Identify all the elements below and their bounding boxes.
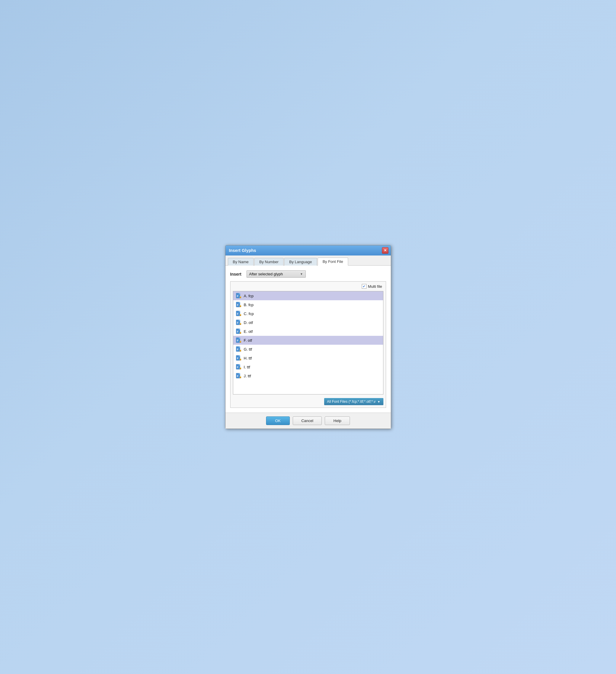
font-file-icon: F ► bbox=[236, 311, 241, 317]
insert-glyphs-dialog: Insert Glyphs ✕ By Name By Number By Lan… bbox=[225, 245, 391, 429]
list-item[interactable]: F ► F. otf bbox=[233, 336, 383, 345]
list-item[interactable]: F ► H. ttf bbox=[233, 354, 383, 362]
tab-bar: By Name By Number By Language By Font Fi… bbox=[226, 255, 391, 265]
svg-rect-20 bbox=[239, 320, 240, 321]
list-item[interactable]: F ► E. otf bbox=[233, 327, 383, 336]
file-item-name: F. otf bbox=[244, 338, 252, 343]
list-item[interactable]: F ► D. otf bbox=[233, 318, 383, 327]
svg-text:F: F bbox=[237, 348, 239, 351]
file-item-name: H. ttf bbox=[244, 356, 252, 360]
close-button[interactable]: ✕ bbox=[382, 247, 388, 254]
svg-text:F: F bbox=[237, 312, 239, 315]
font-file-icon: F ► bbox=[236, 302, 241, 308]
file-item-name: G. ttf bbox=[244, 347, 252, 351]
svg-rect-44 bbox=[239, 355, 240, 357]
font-file-icon: F ► bbox=[236, 320, 241, 325]
insert-row: Insert After selected glyph ▼ bbox=[230, 270, 386, 278]
dialog-title: Insert Glyphs bbox=[229, 248, 256, 253]
svg-rect-56 bbox=[239, 373, 240, 374]
insert-dropdown-value: After selected glyph bbox=[249, 272, 283, 276]
svg-text:►: ► bbox=[240, 368, 241, 370]
file-item-name: J. ttf bbox=[244, 374, 251, 378]
file-item-name: I. ttf bbox=[244, 365, 250, 369]
file-list[interactable]: F ► A. fcp F ► B. fcp F ► C. fcp F ► D. … bbox=[233, 291, 383, 395]
svg-rect-26 bbox=[239, 329, 240, 330]
svg-text:F: F bbox=[237, 321, 239, 324]
tab-by-font-file[interactable]: By Font File bbox=[318, 257, 348, 265]
svg-text:F: F bbox=[237, 330, 239, 333]
font-file-icon: F ► bbox=[236, 293, 241, 299]
filter-row: All Font Files (*.fcp;*.ttf;*.otf;*.v ▼ bbox=[233, 397, 383, 405]
svg-rect-50 bbox=[239, 364, 240, 365]
font-file-icon: F ► bbox=[236, 337, 241, 343]
svg-rect-2 bbox=[239, 293, 240, 294]
ok-button[interactable]: OK bbox=[266, 417, 290, 425]
font-file-icon: F ► bbox=[236, 355, 241, 361]
chevron-down-icon: ▼ bbox=[300, 272, 303, 275]
list-item[interactable]: F ► J. ttf bbox=[233, 371, 383, 380]
svg-text:►: ► bbox=[240, 332, 241, 334]
bottom-buttons: OK Cancel Help bbox=[226, 413, 391, 429]
cancel-button[interactable]: Cancel bbox=[293, 417, 322, 425]
font-file-icon: F ► bbox=[236, 328, 241, 334]
svg-text:F: F bbox=[237, 339, 239, 342]
content-area: Insert After selected glyph ▼ ✔ Multi fi… bbox=[226, 265, 391, 413]
multi-file-checkbox-container[interactable]: ✔ Multi file bbox=[362, 284, 382, 289]
chevron-down-icon-filter: ▼ bbox=[377, 400, 380, 404]
font-file-icon: F ► bbox=[236, 364, 241, 370]
file-panel: ✔ Multi file F ► A. fcp F ► B. fcp bbox=[230, 281, 386, 408]
title-bar: Insert Glyphs ✕ bbox=[226, 245, 391, 255]
file-item-name: D. otf bbox=[244, 320, 253, 325]
font-file-icon: F ► bbox=[236, 346, 241, 352]
svg-text:►: ► bbox=[240, 359, 241, 361]
insert-dropdown[interactable]: After selected glyph ▼ bbox=[247, 270, 306, 278]
svg-text:►: ► bbox=[240, 341, 241, 343]
filter-dropdown-value: All Font Files (*.fcp;*.ttf;*.otf;*.v bbox=[327, 400, 376, 404]
svg-rect-32 bbox=[239, 338, 240, 339]
svg-text:►: ► bbox=[240, 315, 241, 316]
svg-text:►: ► bbox=[240, 377, 241, 378]
tab-by-language[interactable]: By Language bbox=[284, 258, 317, 265]
multi-file-checkbox[interactable]: ✔ bbox=[362, 284, 367, 289]
svg-text:F: F bbox=[237, 375, 239, 377]
list-item[interactable]: F ► B. fcp bbox=[233, 300, 383, 309]
file-item-name: E. otf bbox=[244, 329, 253, 334]
svg-text:►: ► bbox=[240, 323, 241, 325]
svg-text:F: F bbox=[237, 357, 239, 360]
help-button[interactable]: Help bbox=[325, 417, 350, 425]
svg-text:►: ► bbox=[240, 306, 241, 307]
font-file-icon: F ► bbox=[236, 373, 241, 379]
svg-rect-38 bbox=[239, 346, 240, 348]
svg-text:►: ► bbox=[240, 297, 241, 299]
multi-file-label: Multi file bbox=[368, 284, 382, 289]
svg-text:►: ► bbox=[240, 350, 241, 352]
file-item-name: A. fcp bbox=[244, 294, 254, 298]
multi-file-row: ✔ Multi file bbox=[233, 284, 383, 289]
file-item-name: B. fcp bbox=[244, 303, 254, 307]
svg-rect-14 bbox=[239, 311, 240, 312]
file-item-name: C. fcp bbox=[244, 312, 254, 316]
list-item[interactable]: F ► A. fcp bbox=[233, 291, 383, 300]
list-item[interactable]: F ► G. ttf bbox=[233, 345, 383, 354]
svg-text:F: F bbox=[237, 304, 239, 307]
svg-text:F: F bbox=[237, 366, 239, 369]
list-item[interactable]: F ► C. fcp bbox=[233, 309, 383, 318]
svg-rect-8 bbox=[239, 302, 240, 303]
tab-by-number[interactable]: By Number bbox=[254, 258, 283, 265]
insert-label: Insert bbox=[230, 272, 244, 276]
filter-dropdown[interactable]: All Font Files (*.fcp;*.ttf;*.otf;*.v ▼ bbox=[324, 398, 383, 405]
svg-text:F: F bbox=[237, 295, 239, 298]
tab-by-name[interactable]: By Name bbox=[228, 258, 254, 265]
list-item[interactable]: F ► I. ttf bbox=[233, 362, 383, 371]
